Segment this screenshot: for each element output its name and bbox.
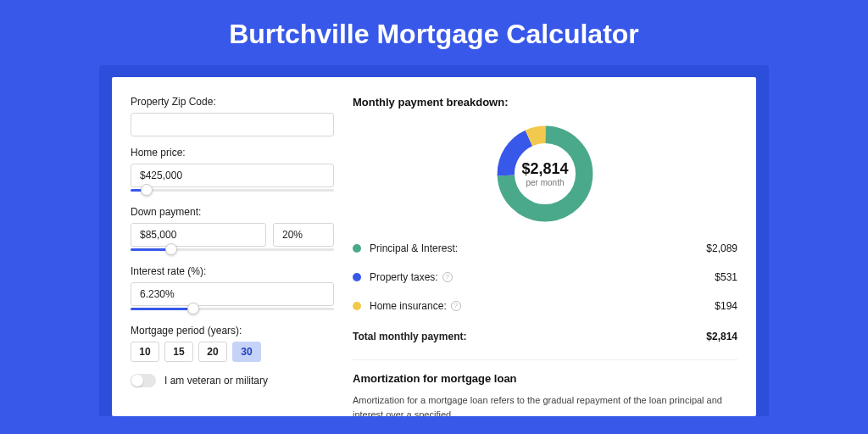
down-payment-amount-input[interactable] xyxy=(131,223,266,247)
period-option-30[interactable]: 30 xyxy=(232,342,261,362)
slider-thumb[interactable] xyxy=(165,243,177,255)
period-option-10[interactable]: 10 xyxy=(131,342,159,362)
swatch-principal xyxy=(353,244,361,253)
slider-fill xyxy=(131,308,193,310)
toggle-knob xyxy=(131,375,143,387)
period-field: Mortgage period (years): 10 15 20 30 xyxy=(131,325,334,362)
period-label: Mortgage period (years): xyxy=(131,325,334,337)
home-price-input[interactable] xyxy=(131,164,334,187)
legend-row-principal: Principal & Interest: $2,089 xyxy=(353,234,737,263)
interest-input[interactable] xyxy=(131,282,334,306)
amortization-text: Amortization for a mortgage loan refers … xyxy=(353,393,737,416)
info-icon[interactable]: ? xyxy=(451,301,461,311)
veteran-label: I am veteran or military xyxy=(164,375,268,387)
period-option-15[interactable]: 15 xyxy=(164,342,193,362)
breakdown-column: Monthly payment breakdown: $2,814 per mo… xyxy=(353,96,737,416)
legend-row-taxes: Property taxes: ? $531 xyxy=(353,263,737,292)
interest-label: Interest rate (%): xyxy=(131,265,334,277)
down-payment-percent-input[interactable] xyxy=(273,223,334,247)
breakdown-title: Monthly payment breakdown: xyxy=(353,96,737,108)
amortization-title: Amortization for mortgage loan xyxy=(353,372,737,385)
zip-input[interactable] xyxy=(131,113,334,136)
home-price-field: Home price: xyxy=(131,147,334,196)
total-label: Total monthly payment: xyxy=(353,331,706,342)
donut-center: $2,814 per month xyxy=(512,141,578,207)
interest-slider[interactable] xyxy=(131,304,334,314)
legend-text: Home insurance: xyxy=(370,300,447,312)
down-payment-label: Down payment: xyxy=(131,206,334,218)
down-payment-slider[interactable] xyxy=(131,245,334,255)
legend-label-insurance: Home insurance: ? xyxy=(370,300,715,312)
legend-value-principal: $2,089 xyxy=(706,242,737,254)
legend-label-principal: Principal & Interest: xyxy=(370,242,706,254)
info-icon[interactable]: ? xyxy=(442,272,453,282)
slider-thumb[interactable] xyxy=(187,303,199,314)
calculator-outer: Property Zip Code: Home price: Down paym… xyxy=(99,65,769,416)
period-options: 10 15 20 30 xyxy=(131,342,334,362)
legend-text: Principal & Interest: xyxy=(370,242,458,254)
interest-field: Interest rate (%): xyxy=(131,265,334,314)
calculator-panel: Property Zip Code: Home price: Down paym… xyxy=(112,77,756,416)
veteran-toggle[interactable] xyxy=(131,374,156,387)
donut-amount: $2,814 xyxy=(521,160,568,178)
home-price-label: Home price: xyxy=(131,147,334,159)
form-column: Property Zip Code: Home price: Down paym… xyxy=(131,96,334,416)
donut-sub: per month xyxy=(526,178,564,187)
zip-label: Property Zip Code: xyxy=(131,96,334,108)
zip-field: Property Zip Code: xyxy=(131,96,334,136)
veteran-row: I am veteran or military xyxy=(131,374,334,387)
legend-text: Property taxes: xyxy=(370,271,438,283)
legend-row-insurance: Home insurance: ? $194 xyxy=(353,292,737,320)
donut-chart: $2,814 per month xyxy=(353,117,737,234)
legend-value-insurance: $194 xyxy=(715,300,737,312)
legend-value-taxes: $531 xyxy=(715,271,737,283)
slider-track xyxy=(131,189,334,192)
legend-label-taxes: Property taxes: ? xyxy=(370,271,715,283)
period-option-20[interactable]: 20 xyxy=(198,342,227,362)
home-price-slider[interactable] xyxy=(131,186,334,196)
amortization-section: Amortization for mortgage loan Amortizat… xyxy=(353,359,737,416)
down-payment-field: Down payment: xyxy=(131,206,334,255)
swatch-insurance xyxy=(353,302,361,310)
swatch-taxes xyxy=(353,273,361,281)
slider-thumb[interactable] xyxy=(141,184,153,196)
legend-row-total: Total monthly payment: $2,814 xyxy=(353,322,737,351)
total-value: $2,814 xyxy=(706,331,737,342)
page-title: Burtchville Mortgage Calculator xyxy=(0,0,868,65)
